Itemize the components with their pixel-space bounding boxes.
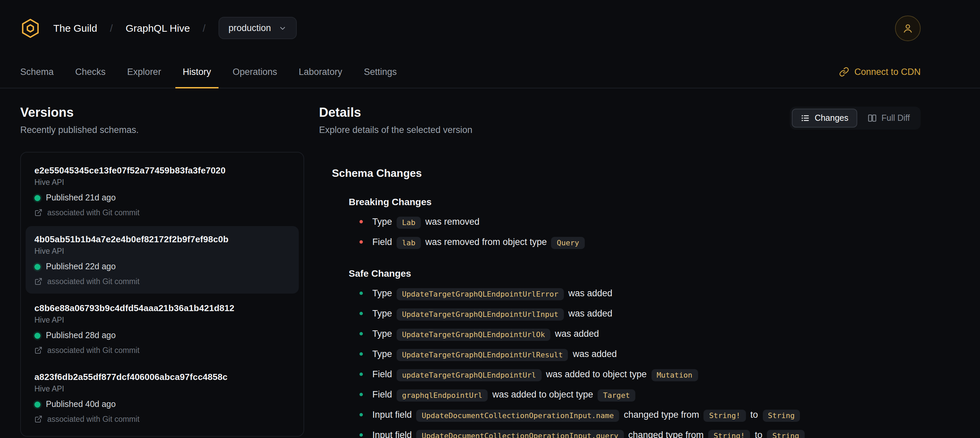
code-chip: String! [708, 430, 750, 438]
change-item: Input field UpdateDocumentCollectionOper… [360, 406, 921, 424]
version-commit: associated with Git commit [34, 415, 290, 423]
code-chip: updateTargetGraphQLEndpointUrl [396, 369, 541, 381]
version-service-name: Hive API [34, 385, 290, 393]
version-service-name: Hive API [34, 316, 290, 324]
bullet-icon [360, 220, 363, 223]
tab-operations[interactable]: Operations [222, 56, 288, 88]
tab-checks[interactable]: Checks [64, 56, 116, 88]
git-commit-label: associated with Git commit [47, 209, 140, 217]
details-panel: Details Explore details of the selected … [319, 105, 921, 438]
published-dot-icon [34, 401, 40, 407]
breadcrumb-separator: / [203, 22, 205, 34]
full-diff-toggle-button[interactable]: Full Diff [859, 109, 919, 127]
link-icon [839, 67, 849, 77]
connect-cdn-label: Connect to CDN [854, 67, 921, 77]
code-chip: UpdateDocumentCollectionOperationInput.q… [417, 430, 624, 438]
tab-laboratory[interactable]: Laboratory [288, 56, 353, 88]
main-content: Versions Recently published schemas. e2e… [0, 88, 980, 438]
details-heading: Details Explore details of the selected … [319, 105, 473, 135]
git-commit-icon [34, 209, 43, 217]
tab-explorer[interactable]: Explorer [116, 56, 172, 88]
version-status: Published 22d ago [34, 262, 290, 271]
version-list: e2e55045345ce13fe07f52a77459b83fa3fe7020… [20, 152, 304, 436]
versions-title: Versions [20, 105, 304, 120]
target-selector-value: production [228, 24, 271, 33]
change-text: Type UpdateTargetGraphQLEndpointUrlError… [372, 285, 612, 303]
main-nav: SchemaChecksExplorerHistoryOperationsLab… [0, 56, 980, 88]
bullet-icon [360, 413, 363, 416]
bullet-icon [360, 240, 363, 244]
change-item: Type Lab was removed [360, 213, 921, 231]
version-status: Published 28d ago [34, 331, 290, 340]
changes-toggle-label: Changes [815, 113, 848, 123]
breaking-changes-title: Breaking Changes [349, 196, 921, 207]
tab-schema[interactable]: Schema [10, 56, 64, 88]
published-label: Published 28d ago [46, 331, 116, 340]
details-subtitle: Explore details of the selected version [319, 125, 473, 135]
code-chip: lab [396, 237, 421, 249]
nav-tabs: SchemaChecksExplorerHistoryOperationsLab… [10, 56, 407, 88]
tab-history[interactable]: History [172, 56, 222, 88]
schema-changes-section: Schema Changes Breaking Changes Type Lab… [319, 167, 921, 438]
changes-toggle-button[interactable]: Changes [792, 109, 857, 127]
version-list-item[interactable]: 4b05ab51b1b4a7e2e4b0ef82172f2b9f7ef98c0b… [25, 226, 299, 293]
person-icon [902, 22, 914, 34]
tab-settings[interactable]: Settings [353, 56, 408, 88]
graphql-hive-app: The Guild / GraphQL Hive / production Sc… [0, 0, 980, 438]
code-chip: UpdateTargetGraphQLEndpointUrlError [396, 288, 564, 300]
code-chip: graphqlEndpointUrl [396, 389, 488, 401]
code-chip: Lab [396, 216, 421, 228]
version-hash: 4b05ab51b1b4a7e2e4b0ef82172f2b9f7ef98c0b [34, 234, 290, 244]
bullet-icon [360, 291, 363, 295]
version-list-item[interactable]: a823f6db2a55df877dcf406006abca97fcc4858c… [25, 364, 299, 431]
split-columns-icon [867, 113, 877, 123]
breaking-changes-list: Type Lab was removedField lab was remove… [332, 213, 921, 251]
git-commit-icon [34, 277, 43, 285]
breadcrumb-project[interactable]: GraphQL Hive [126, 22, 190, 34]
breadcrumb-org[interactable]: The Guild [53, 22, 97, 34]
bullet-icon [360, 393, 363, 396]
full-diff-toggle-label: Full Diff [881, 113, 910, 123]
list-icon [800, 113, 810, 123]
code-chip: Target [598, 389, 635, 401]
change-text: Field lab was removed from object type Q… [372, 234, 587, 251]
user-avatar[interactable] [895, 15, 921, 41]
connect-cdn-link[interactable]: Connect to CDN [839, 56, 921, 88]
version-commit: associated with Git commit [34, 346, 290, 354]
view-toggle: Changes Full Diff [790, 107, 921, 130]
code-chip: String [767, 430, 805, 438]
version-commit: associated with Git commit [34, 277, 290, 285]
git-commit-label: associated with Git commit [47, 415, 140, 423]
version-list-item[interactable]: c8b6e88a06793b9c4dfd54aaa21b36a1b421d812… [25, 295, 299, 362]
version-list-item[interactable]: e2e55045345ce13fe07f52a77459b83fa3fe7020… [25, 157, 299, 225]
code-chip: UpdateDocumentCollectionOperationInput.n… [417, 409, 619, 422]
version-service-name: Hive API [34, 247, 290, 255]
code-chip: String [762, 409, 800, 422]
target-selector[interactable]: production [218, 17, 296, 40]
change-item: Field graphqlEndpointUrl was added to ob… [360, 386, 921, 404]
change-item: Field updateTargetGraphQLEndpointUrl was… [360, 366, 921, 383]
version-service-name: Hive API [34, 178, 290, 186]
published-label: Published 40d ago [46, 400, 116, 409]
published-label: Published 21d ago [46, 193, 116, 202]
change-item: Type UpdateTargetGraphQLEndpointUrlInput… [360, 305, 921, 323]
details-header: Details Explore details of the selected … [319, 105, 921, 135]
published-label: Published 22d ago [46, 262, 116, 271]
change-item: Input field UpdateDocumentCollectionOper… [360, 427, 921, 438]
code-chip: Query [551, 237, 584, 249]
code-chip: UpdateTargetGraphQLEndpointUrlOk [396, 328, 550, 341]
change-text: Field updateTargetGraphQLEndpointUrl was… [372, 366, 700, 383]
change-text: Type UpdateTargetGraphQLEndpointUrlOk wa… [372, 325, 599, 343]
bullet-icon [360, 332, 363, 335]
version-hash: a823f6db2a55df877dcf406006abca97fcc4858c [34, 372, 290, 382]
change-text: Type UpdateTargetGraphQLEndpointUrlInput… [372, 305, 612, 323]
change-item: Field lab was removed from object type Q… [360, 234, 921, 251]
safe-changes-title: Safe Changes [349, 268, 921, 279]
hive-logo-icon[interactable] [20, 18, 40, 38]
git-commit-label: associated with Git commit [47, 277, 140, 285]
versions-panel: Versions Recently published schemas. e2e… [20, 105, 304, 438]
change-text: Type Lab was removed [372, 213, 480, 231]
change-text: Type UpdateTargetGraphQLEndpointUrlResul… [372, 346, 617, 363]
version-status: Published 40d ago [34, 400, 290, 409]
published-dot-icon [34, 264, 40, 270]
